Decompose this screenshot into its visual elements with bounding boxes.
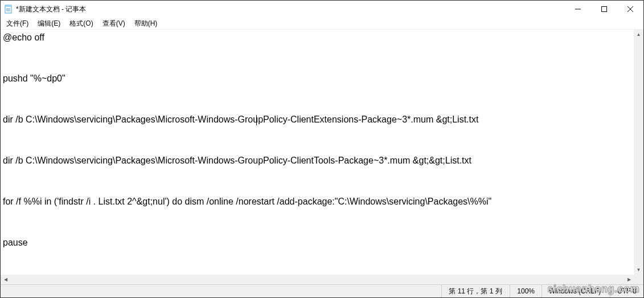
text-editor[interactable]: @echo off pushd "%~dp0" dir /b C:\Window… [1, 30, 634, 275]
horizontal-scrollbar[interactable]: ◀ ▶ [1, 275, 634, 284]
window-title: *新建文本文档 - 记事本 [16, 5, 86, 14]
horizontal-scroll-track[interactable] [10, 275, 624, 284]
menu-help[interactable]: 帮助(H) [131, 18, 161, 29]
svg-rect-1 [5, 5, 11, 7]
menu-edit[interactable]: 编辑(E) [34, 18, 64, 29]
status-zoom: 100% [510, 285, 542, 297]
menu-file[interactable]: 文件(F) [3, 18, 32, 29]
status-position: 第 11 行，第 1 列 [442, 285, 510, 297]
scroll-up-icon[interactable]: ▲ [634, 30, 643, 39]
status-spacer [1, 285, 442, 297]
menu-view[interactable]: 查看(V) [99, 18, 129, 29]
status-encoding: UTF-8 [610, 285, 643, 297]
notepad-icon [4, 5, 13, 14]
window-controls [565, 1, 643, 18]
status-lineending: Windows (CRLF) [542, 285, 610, 297]
scroll-left-icon[interactable]: ◀ [1, 275, 10, 284]
titlebar[interactable]: *新建文本文档 - 记事本 [1, 1, 643, 18]
scroll-right-icon[interactable]: ▶ [624, 275, 634, 284]
vertical-scroll-track[interactable] [634, 39, 643, 265]
notepad-window: *新建文本文档 - 记事本 文件(F) 编辑(E) 格式(O) 查看(V) 帮助… [0, 0, 644, 298]
minimize-button[interactable] [565, 1, 591, 18]
scroll-down-icon[interactable]: ▼ [634, 265, 643, 275]
close-button[interactable] [617, 1, 643, 18]
statusbar: 第 11 行，第 1 列 100% Windows (CRLF) UTF-8 [1, 284, 643, 297]
text-caret [256, 115, 257, 125]
editor-area: @echo off pushd "%~dp0" dir /b C:\Window… [1, 29, 643, 284]
maximize-button[interactable] [591, 1, 617, 18]
scroll-corner [634, 275, 643, 284]
vertical-scrollbar[interactable]: ▲ ▼ [634, 30, 643, 275]
svg-rect-6 [602, 7, 607, 12]
menubar: 文件(F) 编辑(E) 格式(O) 查看(V) 帮助(H) [1, 18, 643, 29]
menu-format[interactable]: 格式(O) [66, 18, 96, 29]
